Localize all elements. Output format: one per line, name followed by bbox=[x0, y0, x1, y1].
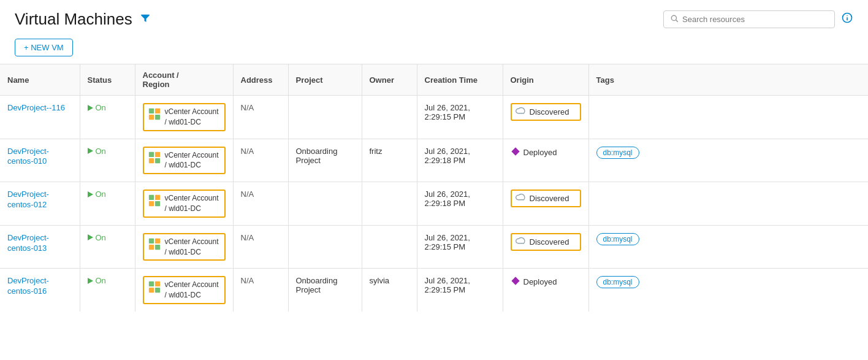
tag-badge[interactable]: db:mysql bbox=[596, 233, 639, 245]
filter-icon[interactable] bbox=[140, 12, 151, 26]
vm-name-link[interactable]: DevProject-centos-012 bbox=[7, 190, 49, 209]
vm-tags-cell: db:mysql bbox=[588, 139, 868, 182]
status-label: On bbox=[96, 147, 106, 156]
vcenter-icon bbox=[148, 280, 161, 294]
svg-rect-24 bbox=[154, 288, 159, 293]
status-label: On bbox=[96, 103, 106, 112]
svg-rect-17 bbox=[148, 239, 153, 243]
play-icon bbox=[88, 105, 93, 111]
col-header-address: Address bbox=[233, 64, 288, 96]
search-input[interactable] bbox=[682, 15, 828, 24]
col-header-origin: Origin bbox=[503, 64, 588, 96]
vm-name-cell[interactable]: DevProject-centos-013 bbox=[0, 225, 80, 269]
vm-name-link[interactable]: DevProject-centos-010 bbox=[7, 147, 49, 166]
table-row: DevProject-centos-016On vCenter Account … bbox=[0, 269, 868, 312]
account-region-badge: vCenter Account / wld01-DC bbox=[143, 103, 226, 131]
account-text: vCenter Account / wld01-DC bbox=[165, 150, 221, 171]
vm-name-cell[interactable]: DevProject-centos-010 bbox=[0, 139, 80, 182]
vm-name-link[interactable]: DevProject-centos-016 bbox=[7, 276, 49, 296]
header-left: Virtual Machines bbox=[15, 10, 151, 29]
col-header-name: Name bbox=[0, 64, 80, 96]
vm-name-cell[interactable]: DevProject-centos-016 bbox=[0, 269, 80, 312]
vm-status-cell: On bbox=[80, 139, 135, 182]
svg-rect-16 bbox=[154, 201, 159, 206]
vm-project-cell: Onboarding Project bbox=[288, 269, 362, 312]
account-region-badge: vCenter Account / wld01-DC bbox=[143, 147, 226, 175]
vm-origin-cell: Discovered bbox=[503, 225, 588, 269]
vm-owner-cell: sylvia bbox=[362, 269, 417, 312]
origin-label: Discovered bbox=[530, 194, 569, 203]
svg-rect-9 bbox=[148, 151, 153, 156]
account-text: vCenter Account / wld01-DC bbox=[165, 280, 221, 301]
svg-point-4 bbox=[847, 15, 848, 16]
vm-project-cell bbox=[288, 96, 362, 139]
new-vm-button[interactable]: + NEW VM bbox=[15, 39, 73, 56]
vm-creation-time-cell: Jul 26, 2021, 2:29:15 PM bbox=[417, 269, 503, 312]
status-label: On bbox=[96, 276, 106, 285]
origin-discovered-badge: Discovered bbox=[511, 233, 581, 251]
vm-origin-cell: Discovered bbox=[503, 96, 588, 139]
svg-rect-22 bbox=[154, 281, 159, 286]
svg-rect-12 bbox=[154, 158, 159, 163]
vm-status-cell: On bbox=[80, 269, 135, 312]
origin-discovered-badge: Discovered bbox=[511, 103, 581, 121]
vm-name-cell[interactable]: DevProject--116 bbox=[0, 96, 80, 139]
search-box[interactable] bbox=[663, 10, 835, 28]
page-container: Virtual Machines + NEW VM bbox=[0, 0, 868, 360]
origin-discovered-badge: Discovered bbox=[511, 190, 581, 207]
status-on: On bbox=[88, 103, 128, 112]
vm-name-link[interactable]: DevProject--116 bbox=[7, 103, 65, 112]
vm-name-link[interactable]: DevProject-centos-013 bbox=[7, 233, 49, 253]
vm-creation-time-cell: Jul 26, 2021, 2:29:18 PM bbox=[417, 182, 503, 226]
svg-rect-7 bbox=[148, 115, 153, 120]
col-header-status: Status bbox=[80, 64, 135, 96]
vm-owner-cell bbox=[362, 225, 417, 269]
vm-account-cell: vCenter Account / wld01-DC bbox=[135, 182, 233, 226]
svg-line-1 bbox=[676, 20, 678, 22]
vm-origin-cell: Discovered bbox=[503, 182, 588, 226]
vm-account-cell: vCenter Account / wld01-DC bbox=[135, 96, 233, 139]
account-text: vCenter Account / wld01-DC bbox=[165, 193, 221, 214]
svg-rect-11 bbox=[148, 158, 153, 163]
vm-address-cell: N/A bbox=[233, 225, 288, 269]
vm-name-cell[interactable]: DevProject-centos-012 bbox=[0, 182, 80, 226]
origin-deployed-badge: Deployed bbox=[511, 276, 581, 288]
vm-project-cell bbox=[288, 225, 362, 269]
svg-rect-23 bbox=[148, 288, 153, 293]
play-icon bbox=[88, 278, 93, 284]
svg-rect-21 bbox=[148, 281, 153, 286]
vm-project-cell: Onboarding Project bbox=[288, 139, 362, 182]
svg-rect-6 bbox=[154, 109, 159, 113]
play-icon bbox=[88, 148, 93, 154]
tag-badge[interactable]: db:mysql bbox=[596, 147, 639, 159]
vm-tags-cell bbox=[588, 96, 868, 139]
tag-badge[interactable]: db:mysql bbox=[596, 276, 639, 288]
vm-project-cell bbox=[288, 182, 362, 226]
account-text: vCenter Account / wld01-DC bbox=[165, 237, 221, 258]
col-header-account: Account /Region bbox=[135, 64, 233, 96]
col-header-tags: Tags bbox=[588, 64, 868, 96]
account-region-badge: vCenter Account / wld01-DC bbox=[143, 190, 226, 218]
status-on: On bbox=[88, 233, 128, 242]
vm-tags-cell: db:mysql bbox=[588, 269, 868, 312]
vm-address-cell: N/A bbox=[233, 139, 288, 182]
vm-status-cell: On bbox=[80, 96, 135, 139]
vcenter-icon bbox=[148, 194, 161, 207]
vm-creation-time-cell: Jul 26, 2021, 2:29:15 PM bbox=[417, 96, 503, 139]
vm-creation-time-cell: Jul 26, 2021, 2:29:15 PM bbox=[417, 225, 503, 269]
diamond-icon bbox=[511, 276, 520, 288]
svg-rect-13 bbox=[148, 195, 153, 200]
vm-account-cell: vCenter Account / wld01-DC bbox=[135, 269, 233, 312]
status-label: On bbox=[96, 190, 106, 199]
status-on: On bbox=[88, 190, 128, 199]
status-on: On bbox=[88, 276, 128, 285]
account-text: vCenter Account / wld01-DC bbox=[165, 107, 221, 128]
origin-label: Discovered bbox=[530, 237, 569, 247]
header-right bbox=[663, 10, 853, 28]
vm-owner-cell bbox=[362, 182, 417, 226]
info-icon[interactable] bbox=[841, 12, 853, 27]
svg-point-0 bbox=[671, 15, 676, 20]
svg-rect-19 bbox=[148, 245, 153, 250]
table-row: DevProject-centos-010On vCenter Account … bbox=[0, 139, 868, 182]
table-row: DevProject--116On vCenter Account / wld0… bbox=[0, 96, 868, 139]
